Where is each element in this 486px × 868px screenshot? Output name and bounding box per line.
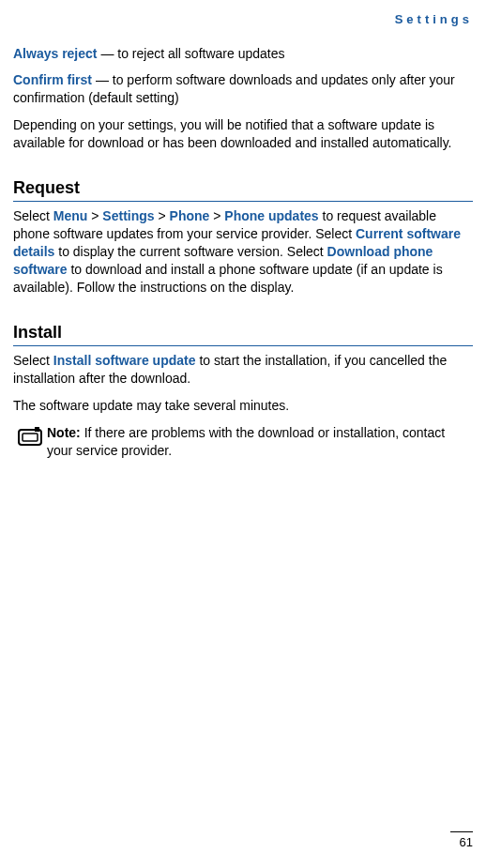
install-paragraph-1: Select Install software update to start …: [13, 352, 473, 388]
svg-rect-1: [23, 434, 38, 441]
install-software-label: Install software update: [53, 353, 196, 368]
gt3: >: [209, 208, 224, 223]
always-reject-label: Always reject: [13, 46, 98, 61]
install-heading: Install: [13, 321, 473, 346]
request-heading: Request: [13, 176, 473, 202]
depending-paragraph: Depending on your settings, you will be …: [13, 116, 473, 152]
note-label: Note:: [47, 425, 81, 440]
always-reject-rest: — to reject all software updates: [98, 46, 285, 61]
page-number: 61: [450, 831, 473, 851]
confirm-first-label: Confirm first: [13, 72, 92, 87]
request-text-d: to download and install a phone software…: [13, 262, 443, 295]
install-text-a: Select: [13, 353, 53, 368]
note-icon-wrap: [13, 424, 47, 447]
phone-label: Phone: [170, 208, 210, 223]
svg-rect-2: [35, 427, 39, 432]
gt1: >: [87, 208, 102, 223]
page-header-title: Settings: [13, 11, 473, 28]
request-text-c: to display the current software version.…: [54, 244, 327, 259]
install-paragraph-2: The software update may take several min…: [13, 397, 473, 415]
confirm-first-paragraph: Confirm first — to perform software down…: [13, 71, 473, 107]
gt2: >: [155, 208, 170, 223]
phone-updates-label: Phone updates: [224, 208, 318, 223]
request-paragraph: Select Menu > Settings > Phone > Phone u…: [13, 207, 473, 296]
note-body: If there are problems with the download …: [47, 425, 445, 458]
note-block: Note: If there are problems with the dow…: [13, 424, 473, 460]
note-icon: [18, 426, 42, 447]
note-text: Note: If there are problems with the dow…: [47, 424, 473, 460]
menu-label: Menu: [53, 208, 88, 223]
settings-label: Settings: [102, 208, 154, 223]
always-reject-paragraph: Always reject — to reject all software u…: [13, 45, 473, 63]
request-text-a: Select: [13, 208, 53, 223]
